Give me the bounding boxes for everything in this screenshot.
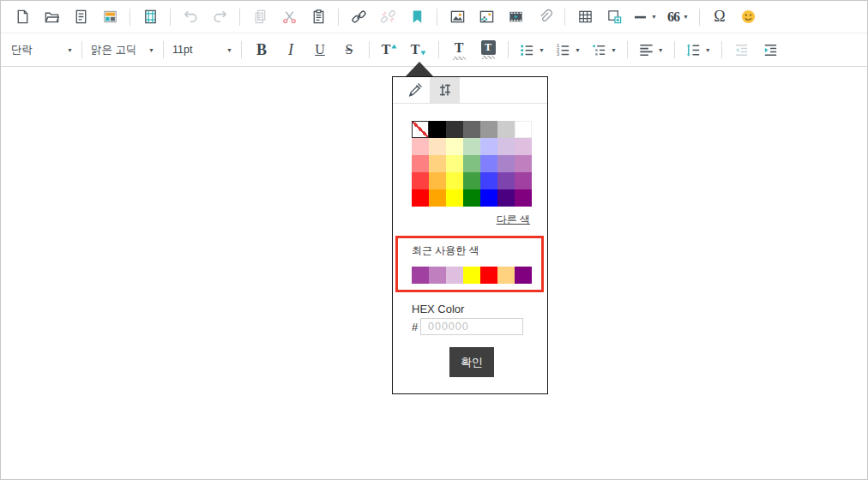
color-swatch[interactable] — [515, 172, 532, 189]
color-swatch[interactable] — [463, 267, 480, 284]
bullet-list-button[interactable]: ▼ — [518, 38, 546, 62]
unlink-button[interactable] — [377, 5, 398, 29]
attachment-button[interactable] — [534, 5, 555, 29]
paragraph-select[interactable]: 단락 ▼ — [8, 39, 76, 61]
outdent-button[interactable] — [732, 38, 752, 62]
palette-settings-tab[interactable] — [430, 77, 460, 103]
photo-button[interactable] — [476, 5, 497, 29]
subscript-button[interactable]: T — [408, 38, 429, 62]
dropdown-arrow-icon: ▼ — [539, 47, 545, 53]
color-swatch[interactable] — [497, 172, 515, 189]
open-file-button[interactable] — [41, 5, 62, 29]
color-swatch[interactable] — [412, 121, 429, 138]
blockquote-button[interactable]: 66 ▼ — [666, 5, 690, 29]
blockquote-icon: 66 — [667, 9, 679, 25]
image-button[interactable] — [447, 5, 467, 29]
color-swatch[interactable] — [446, 267, 463, 284]
undo-button[interactable] — [180, 5, 201, 29]
color-swatch[interactable] — [463, 172, 480, 189]
hex-color-input[interactable] — [420, 318, 523, 335]
emoticon-button[interactable] — [738, 5, 759, 29]
color-swatch[interactable] — [412, 267, 429, 284]
toolbar-separator — [81, 41, 82, 58]
dropdown-arrow-icon: ▼ — [226, 47, 232, 53]
color-swatch[interactable] — [446, 138, 463, 155]
color-swatch[interactable] — [429, 155, 446, 172]
color-swatch[interactable] — [429, 267, 446, 284]
color-swatch[interactable] — [463, 189, 480, 207]
color-swatch[interactable] — [497, 189, 515, 207]
horizontal-line-button[interactable]: ▼ — [633, 5, 658, 29]
numbered-list-button[interactable]: 123 ▼ — [554, 38, 582, 62]
print-frame-icon — [142, 9, 159, 25]
print-frame-button[interactable] — [140, 5, 160, 29]
color-swatch[interactable] — [480, 189, 497, 207]
other-colors-link[interactable]: 다른 색 — [497, 213, 530, 227]
new-document-button[interactable] — [12, 5, 33, 29]
color-swatch[interactable] — [429, 138, 446, 155]
multilevel-list-button[interactable]: ▼ — [590, 38, 618, 62]
cut-button[interactable] — [279, 5, 299, 29]
template-button[interactable] — [99, 5, 120, 29]
italic-label: I — [288, 41, 293, 59]
color-swatch[interactable] — [446, 155, 463, 172]
font-select[interactable]: 맑은 고딕 ▼ — [87, 39, 158, 61]
color-swatch[interactable] — [515, 267, 532, 284]
link-button[interactable] — [348, 5, 369, 29]
text-color-button[interactable]: T — [449, 38, 469, 62]
color-swatch[interactable] — [480, 138, 497, 155]
color-swatch[interactable] — [515, 189, 532, 207]
align-button[interactable]: ▼ — [637, 38, 665, 62]
video-button[interactable] — [505, 5, 526, 29]
special-character-button[interactable]: Ω — [709, 5, 730, 29]
color-swatch[interactable] — [497, 121, 515, 138]
insert-frame-button[interactable] — [604, 5, 624, 29]
color-swatch[interactable] — [412, 155, 429, 172]
bookmark-button[interactable] — [407, 5, 427, 29]
paperclip-icon — [537, 9, 553, 25]
color-palette — [412, 121, 532, 207]
color-swatch[interactable] — [480, 172, 497, 189]
color-swatch[interactable] — [446, 121, 463, 138]
color-swatch[interactable] — [480, 121, 497, 138]
document-button[interactable] — [70, 5, 91, 29]
color-swatch[interactable] — [515, 155, 532, 172]
copy-button[interactable] — [250, 5, 270, 29]
table-button[interactable] — [575, 5, 595, 29]
strikethrough-button[interactable]: S — [339, 38, 359, 62]
color-swatch[interactable] — [412, 138, 429, 155]
color-swatch[interactable] — [480, 155, 497, 172]
color-swatch[interactable] — [515, 138, 532, 155]
paste-icon — [310, 9, 327, 25]
confirm-button[interactable]: 확인 — [449, 347, 494, 377]
color-swatch[interactable] — [463, 121, 480, 138]
italic-button[interactable]: I — [280, 38, 301, 62]
line-height-button[interactable]: ▼ — [684, 38, 712, 62]
underline-button[interactable]: U — [310, 38, 330, 62]
omega-icon: Ω — [714, 8, 725, 26]
color-swatch[interactable] — [412, 189, 429, 207]
color-swatch[interactable] — [497, 138, 515, 155]
indent-button[interactable] — [761, 38, 781, 62]
color-swatch[interactable] — [463, 138, 480, 155]
color-swatch[interactable] — [515, 121, 532, 138]
paste-button[interactable] — [308, 5, 329, 29]
color-swatch[interactable] — [412, 172, 429, 189]
color-swatch[interactable] — [463, 155, 480, 172]
color-swatch[interactable] — [446, 189, 463, 207]
color-swatch[interactable] — [429, 121, 446, 138]
color-swatch[interactable] — [446, 172, 463, 189]
font-size-select[interactable]: 11pt ▼ — [169, 39, 236, 61]
color-swatch[interactable] — [480, 267, 497, 284]
palette-row — [412, 189, 532, 207]
editor-content[interactable]: 다른 색 최근 사용한 색 HEX Color # 확인 — [1, 67, 867, 480]
background-color-button[interactable]: T — [478, 38, 498, 62]
color-swatch[interactable] — [497, 267, 515, 284]
color-swatch[interactable] — [497, 155, 515, 172]
bold-button[interactable]: B — [251, 38, 272, 62]
color-swatch[interactable] — [429, 172, 446, 189]
color-swatch[interactable] — [429, 189, 446, 207]
redo-button[interactable] — [209, 5, 230, 29]
eyedropper-tab[interactable] — [400, 77, 430, 103]
superscript-button[interactable]: T — [379, 38, 400, 62]
